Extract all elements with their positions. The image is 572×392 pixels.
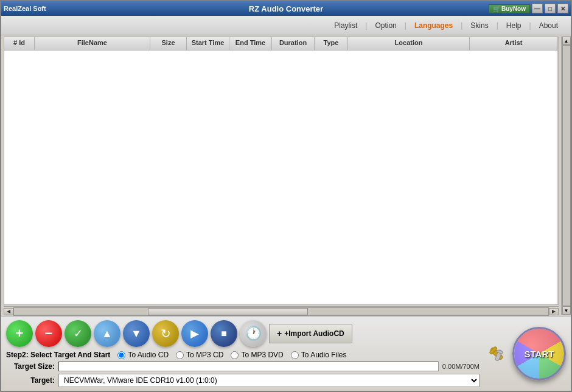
stop-icon: ■ [221, 328, 227, 339]
menubar: Playlist | Option | Languages | Skins | … [1, 16, 571, 35]
check-button[interactable]: ✓ [65, 320, 91, 347]
col-filename: FileName [35, 37, 150, 50]
refresh-icon: ↻ [161, 326, 171, 341]
menu-option[interactable]: Option [368, 19, 403, 32]
company-name: RealZeal Soft [4, 5, 46, 12]
col-duration: Duration [272, 37, 315, 50]
add-icon: + [16, 326, 24, 341]
toolbar-row: + − ✓ ▲ ▼ ↻ [6, 320, 480, 347]
close-button[interactable]: ✕ [557, 4, 568, 13]
titlebar-controls: 🛒 BuyNow — □ ✕ [489, 4, 568, 13]
bottom-bar: + − ✓ ▲ ▼ ↻ [1, 316, 571, 391]
minimize-button[interactable]: — [532, 4, 543, 13]
arrow-down-icon: ▼ [131, 327, 142, 340]
vscroll-up-arrow[interactable]: ▲ [562, 37, 571, 45]
menu-languages[interactable]: Languages [408, 19, 459, 32]
maximize-button[interactable]: □ [545, 4, 556, 13]
menu-help[interactable]: Help [500, 19, 528, 32]
remove-button[interactable]: − [35, 320, 62, 347]
titlebar: RealZeal Soft RZ Audio Converter 🛒 BuyNo… [1, 1, 571, 16]
target-size-label: Target Size: [6, 362, 55, 371]
sep4: | [497, 21, 498, 30]
vscroll-down-arrow[interactable]: ▼ [562, 306, 571, 315]
table-body [4, 51, 558, 304]
main-area: # Id FileName Size Start Time End Time D… [1, 35, 571, 316]
start-button[interactable]: START [512, 327, 566, 380]
radio-audio-cd-input[interactable] [117, 351, 125, 359]
hscroll-right-arrow[interactable]: ▶ [549, 308, 559, 315]
radio-audio-cd[interactable]: To Audio CD [117, 351, 169, 359]
stop-button[interactable]: ■ [211, 320, 237, 347]
settings-tools-icon[interactable] [484, 341, 509, 366]
right-controls: START [484, 327, 566, 380]
col-artist: Artist [470, 37, 558, 50]
remove-icon: − [45, 326, 53, 341]
main-window: RealZeal Soft RZ Audio Converter 🛒 BuyNo… [0, 0, 572, 392]
col-location: Location [348, 37, 470, 50]
target-size-bar [58, 362, 439, 371]
target-size-row: Target Size: 0.00M/700M [6, 362, 480, 371]
refresh-button[interactable]: ↻ [152, 320, 179, 347]
vscroll-track[interactable] [562, 45, 571, 306]
add-button[interactable]: + [6, 320, 33, 347]
buynow-button[interactable]: 🛒 BuyNow [489, 4, 530, 13]
hscroll-left-arrow[interactable]: ◀ [4, 308, 13, 315]
menu-about[interactable]: About [532, 19, 565, 32]
step2-label: Step2: Select Target And Start [6, 351, 110, 359]
import-audio-cd-button[interactable]: + +Import AudioCD [269, 324, 352, 343]
menu-playlist[interactable]: Playlist [327, 19, 364, 32]
sep5: | [529, 21, 531, 30]
col-start-time: Start Time [187, 37, 229, 50]
arrow-up-icon: ▲ [102, 327, 113, 340]
target-size-value: 0.00M/700M [442, 363, 480, 370]
table-header: # Id FileName Size Start Time End Time D… [4, 37, 558, 51]
radio-mp3-cd-input[interactable] [176, 351, 184, 359]
cart-icon: 🛒 [493, 5, 500, 12]
radio-mp3-dvd[interactable]: To MP3 DVD [231, 351, 283, 359]
col-end-time: End Time [229, 37, 272, 50]
app-title: RZ Audio Converter [249, 4, 323, 13]
vscrollbar[interactable]: ▲ ▼ [561, 37, 571, 315]
hscroll-track[interactable] [13, 307, 549, 316]
wrench-icon [486, 343, 507, 365]
sep1: | [365, 21, 367, 30]
play-icon: ▶ [190, 327, 199, 340]
radio-mp3-cd[interactable]: To MP3 CD [176, 351, 223, 359]
radio-audio-files[interactable]: To Audio Files [291, 351, 347, 359]
target-dropdown[interactable]: NECVMWar, VMware IDE CDR10 v1.00 (1:0:0) [58, 374, 480, 387]
import-icon: + [277, 329, 282, 338]
check-icon: ✓ [74, 327, 83, 340]
radio-audio-files-input[interactable] [291, 351, 299, 359]
col-size: Size [150, 37, 187, 50]
radio-mp3-dvd-input[interactable] [231, 351, 239, 359]
move-up-button[interactable]: ▲ [94, 320, 120, 347]
step2-row: Step2: Select Target And Start To Audio … [6, 351, 480, 359]
sep2: | [405, 21, 406, 30]
target-label: Target: [6, 376, 55, 385]
clock-icon: 🕐 [245, 326, 262, 341]
table-container: # Id FileName Size Start Time End Time D… [4, 37, 559, 305]
bottom-controls: + − ✓ ▲ ▼ ↻ [6, 320, 480, 387]
hscroll-thumb[interactable] [148, 308, 308, 315]
target-select-row: Target: NECVMWar, VMware IDE CDR10 v1.00… [6, 374, 480, 387]
schedule-button[interactable]: 🕐 [240, 320, 267, 347]
col-type: Type [315, 37, 348, 50]
start-btn-label: START [525, 349, 554, 359]
sep3: | [461, 21, 462, 30]
move-down-button[interactable]: ▼ [123, 320, 150, 347]
bottom-section: + − ✓ ▲ ▼ ↻ [6, 320, 566, 387]
menu-skins[interactable]: Skins [464, 19, 495, 32]
table-outer: # Id FileName Size Start Time End Time D… [1, 35, 561, 316]
play-button[interactable]: ▶ [181, 320, 208, 347]
col-id: # Id [4, 37, 35, 50]
hscrollbar[interactable]: ◀ ▶ [4, 306, 559, 316]
